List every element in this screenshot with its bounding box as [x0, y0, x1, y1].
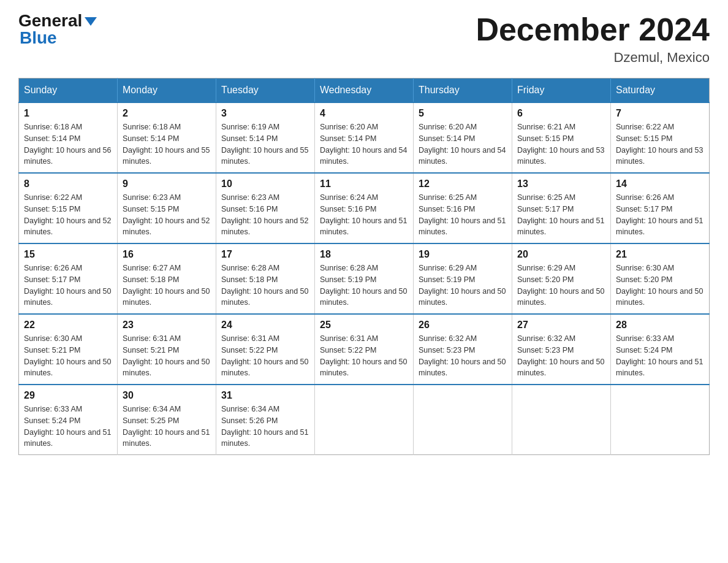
- day-number: 10: [221, 178, 309, 190]
- title-block: December 2024 Dzemul, Mexico: [476, 12, 710, 66]
- calendar-cell: 28Sunrise: 6:33 AMSunset: 5:24 PMDayligh…: [611, 314, 710, 385]
- calendar-cell: 11Sunrise: 6:24 AMSunset: 5:16 PMDayligh…: [315, 173, 414, 243]
- calendar-cell: 23Sunrise: 6:31 AMSunset: 5:21 PMDayligh…: [118, 314, 216, 385]
- weekday-header-saturday: Saturday: [611, 79, 710, 103]
- day-info: Sunrise: 6:25 AMSunset: 5:17 PMDaylight:…: [517, 192, 605, 238]
- day-number: 17: [221, 249, 309, 260]
- day-info: Sunrise: 6:34 AMSunset: 5:25 PMDaylight:…: [123, 404, 211, 450]
- day-number: 31: [221, 390, 309, 401]
- day-info: Sunrise: 6:19 AMSunset: 5:14 PMDaylight:…: [221, 121, 309, 167]
- calendar-cell: 3Sunrise: 6:19 AMSunset: 5:14 PMDaylight…: [216, 102, 315, 173]
- calendar-title: December 2024: [476, 12, 710, 47]
- day-number: 20: [517, 249, 605, 260]
- calendar-cell: 4Sunrise: 6:20 AMSunset: 5:14 PMDaylight…: [315, 102, 414, 173]
- weekday-header-tuesday: Tuesday: [216, 79, 315, 103]
- calendar-cell: 31Sunrise: 6:34 AMSunset: 5:26 PMDayligh…: [216, 385, 315, 455]
- day-info: Sunrise: 6:29 AMSunset: 5:20 PMDaylight:…: [517, 262, 605, 308]
- day-info: Sunrise: 6:26 AMSunset: 5:17 PMDaylight:…: [616, 192, 704, 238]
- day-number: 28: [616, 320, 704, 331]
- day-info: Sunrise: 6:18 AMSunset: 5:14 PMDaylight:…: [24, 121, 112, 167]
- day-info: Sunrise: 6:21 AMSunset: 5:15 PMDaylight:…: [517, 121, 605, 167]
- weekday-header-row: SundayMondayTuesdayWednesdayThursdayFrid…: [19, 79, 710, 103]
- calendar-cell: 24Sunrise: 6:31 AMSunset: 5:22 PMDayligh…: [216, 314, 315, 385]
- calendar-cell: 9Sunrise: 6:23 AMSunset: 5:15 PMDaylight…: [118, 173, 216, 243]
- day-info: Sunrise: 6:31 AMSunset: 5:22 PMDaylight:…: [221, 333, 309, 379]
- day-info: Sunrise: 6:34 AMSunset: 5:26 PMDaylight:…: [221, 404, 309, 450]
- day-info: Sunrise: 6:28 AMSunset: 5:19 PMDaylight:…: [320, 262, 408, 308]
- day-info: Sunrise: 6:25 AMSunset: 5:16 PMDaylight:…: [419, 192, 507, 238]
- calendar-cell: [315, 385, 414, 455]
- calendar-cell: 29Sunrise: 6:33 AMSunset: 5:24 PMDayligh…: [19, 385, 118, 455]
- weekday-header-friday: Friday: [512, 79, 611, 103]
- day-info: Sunrise: 6:22 AMSunset: 5:15 PMDaylight:…: [616, 121, 704, 167]
- day-number: 14: [616, 178, 704, 190]
- day-number: 29: [24, 390, 112, 401]
- calendar-cell: 17Sunrise: 6:28 AMSunset: 5:18 PMDayligh…: [216, 243, 315, 314]
- calendar-cell: 10Sunrise: 6:23 AMSunset: 5:16 PMDayligh…: [216, 173, 315, 243]
- day-info: Sunrise: 6:23 AMSunset: 5:16 PMDaylight:…: [221, 192, 309, 238]
- calendar-cell: 5Sunrise: 6:20 AMSunset: 5:14 PMDaylight…: [414, 102, 512, 173]
- day-info: Sunrise: 6:33 AMSunset: 5:24 PMDaylight:…: [616, 333, 704, 379]
- calendar-cell: 30Sunrise: 6:34 AMSunset: 5:25 PMDayligh…: [118, 385, 216, 455]
- logo: General Blue: [18, 12, 97, 47]
- calendar-table: SundayMondayTuesdayWednesdayThursdayFrid…: [18, 78, 710, 455]
- calendar-cell: 1Sunrise: 6:18 AMSunset: 5:14 PMDaylight…: [19, 102, 118, 173]
- calendar-cell: [512, 385, 611, 455]
- day-number: 30: [123, 390, 211, 401]
- day-number: 19: [419, 249, 507, 260]
- calendar-cell: [414, 385, 512, 455]
- day-info: Sunrise: 6:30 AMSunset: 5:20 PMDaylight:…: [616, 262, 704, 308]
- day-info: Sunrise: 6:23 AMSunset: 5:15 PMDaylight:…: [123, 192, 211, 238]
- calendar-cell: 20Sunrise: 6:29 AMSunset: 5:20 PMDayligh…: [512, 243, 611, 314]
- calendar-cell: 14Sunrise: 6:26 AMSunset: 5:17 PMDayligh…: [611, 173, 710, 243]
- day-number: 1: [24, 108, 112, 119]
- logo-blue-text: Blue: [20, 29, 57, 47]
- calendar-week-row: 1Sunrise: 6:18 AMSunset: 5:14 PMDaylight…: [19, 102, 710, 173]
- calendar-week-row: 15Sunrise: 6:26 AMSunset: 5:17 PMDayligh…: [19, 243, 710, 314]
- day-info: Sunrise: 6:29 AMSunset: 5:19 PMDaylight:…: [419, 262, 507, 308]
- day-number: 22: [24, 320, 112, 331]
- day-number: 24: [221, 320, 309, 331]
- day-number: 7: [616, 108, 704, 119]
- day-info: Sunrise: 6:18 AMSunset: 5:14 PMDaylight:…: [123, 121, 211, 167]
- day-number: 21: [616, 249, 704, 260]
- day-info: Sunrise: 6:30 AMSunset: 5:21 PMDaylight:…: [24, 333, 112, 379]
- calendar-cell: 26Sunrise: 6:32 AMSunset: 5:23 PMDayligh…: [414, 314, 512, 385]
- calendar-week-row: 8Sunrise: 6:22 AMSunset: 5:15 PMDaylight…: [19, 173, 710, 243]
- day-info: Sunrise: 6:28 AMSunset: 5:18 PMDaylight:…: [221, 262, 309, 308]
- calendar-cell: 8Sunrise: 6:22 AMSunset: 5:15 PMDaylight…: [19, 173, 118, 243]
- day-info: Sunrise: 6:24 AMSunset: 5:16 PMDaylight:…: [320, 192, 408, 238]
- day-info: Sunrise: 6:27 AMSunset: 5:18 PMDaylight:…: [123, 262, 211, 308]
- calendar-week-row: 29Sunrise: 6:33 AMSunset: 5:24 PMDayligh…: [19, 385, 710, 455]
- day-number: 8: [24, 178, 112, 190]
- weekday-header-sunday: Sunday: [19, 79, 118, 103]
- day-number: 23: [123, 320, 211, 331]
- calendar-cell: 18Sunrise: 6:28 AMSunset: 5:19 PMDayligh…: [315, 243, 414, 314]
- day-info: Sunrise: 6:31 AMSunset: 5:22 PMDaylight:…: [320, 333, 408, 379]
- calendar-cell: 27Sunrise: 6:32 AMSunset: 5:23 PMDayligh…: [512, 314, 611, 385]
- weekday-header-wednesday: Wednesday: [315, 79, 414, 103]
- calendar-cell: 16Sunrise: 6:27 AMSunset: 5:18 PMDayligh…: [118, 243, 216, 314]
- calendar-subtitle: Dzemul, Mexico: [476, 50, 710, 66]
- day-info: Sunrise: 6:20 AMSunset: 5:14 PMDaylight:…: [419, 121, 507, 167]
- day-info: Sunrise: 6:33 AMSunset: 5:24 PMDaylight:…: [24, 404, 112, 450]
- calendar-cell: 22Sunrise: 6:30 AMSunset: 5:21 PMDayligh…: [19, 314, 118, 385]
- day-number: 5: [419, 108, 507, 119]
- day-info: Sunrise: 6:32 AMSunset: 5:23 PMDaylight:…: [419, 333, 507, 379]
- day-info: Sunrise: 6:20 AMSunset: 5:14 PMDaylight:…: [320, 121, 408, 167]
- calendar-cell: [611, 385, 710, 455]
- calendar-cell: 19Sunrise: 6:29 AMSunset: 5:19 PMDayligh…: [414, 243, 512, 314]
- day-info: Sunrise: 6:22 AMSunset: 5:15 PMDaylight:…: [24, 192, 112, 238]
- day-number: 13: [517, 178, 605, 190]
- calendar-cell: 15Sunrise: 6:26 AMSunset: 5:17 PMDayligh…: [19, 243, 118, 314]
- day-number: 16: [123, 249, 211, 260]
- day-number: 6: [517, 108, 605, 119]
- calendar-cell: 2Sunrise: 6:18 AMSunset: 5:14 PMDaylight…: [118, 102, 216, 173]
- logo-general-text: General: [18, 12, 82, 29]
- calendar-cell: 21Sunrise: 6:30 AMSunset: 5:20 PMDayligh…: [611, 243, 710, 314]
- calendar-cell: 6Sunrise: 6:21 AMSunset: 5:15 PMDaylight…: [512, 102, 611, 173]
- calendar-cell: 13Sunrise: 6:25 AMSunset: 5:17 PMDayligh…: [512, 173, 611, 243]
- day-number: 12: [419, 178, 507, 190]
- day-info: Sunrise: 6:32 AMSunset: 5:23 PMDaylight:…: [517, 333, 605, 379]
- day-number: 3: [221, 108, 309, 119]
